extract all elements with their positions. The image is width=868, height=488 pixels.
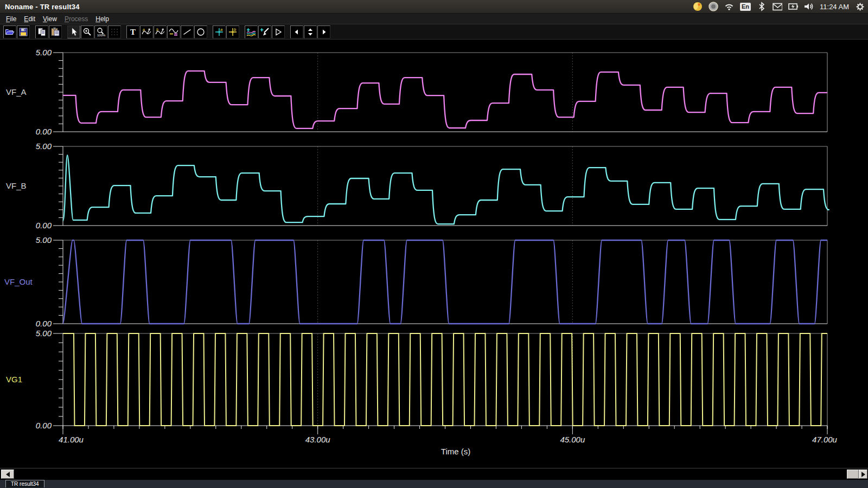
keyboard-indicator[interactable]: En [740, 3, 751, 11]
axis-a-button[interactable]: a [213, 25, 226, 38]
arrow-left-icon [292, 27, 302, 37]
trace-label-VF_B: VF_B [6, 181, 27, 190]
x-tick-label: 47.00u [812, 435, 838, 444]
arrows-up-down-icon [305, 27, 315, 37]
grid-button [108, 25, 121, 38]
y-tick-label-bottom: 0.00 [36, 127, 52, 136]
copy-icon [37, 27, 47, 37]
page-prev-button[interactable] [290, 25, 303, 38]
save-icon [18, 27, 28, 37]
toolbar: 100%Tabab [0, 24, 868, 40]
menu-help[interactable]: Help [92, 15, 113, 23]
legend-button[interactable] [167, 25, 180, 38]
scroll-right-button[interactable] [859, 470, 867, 479]
right-triangle-icon [861, 472, 865, 477]
system-tray: En11:24 AM [693, 0, 865, 13]
arrow-right-icon [319, 27, 329, 37]
x-tick-label: 43.00u [305, 435, 331, 444]
window-title: Noname - TR result34 [5, 3, 80, 11]
probe-button[interactable] [258, 25, 271, 38]
trace-VG1 [63, 333, 827, 426]
titlebar: Noname - TR result34 En11:24 AM [0, 0, 868, 14]
svg-text:T: T [130, 28, 136, 36]
trace-label-VG1: VG1 [6, 375, 22, 384]
save-button[interactable] [17, 25, 30, 38]
y-tick-label-top: 5.00 [36, 48, 52, 57]
cursor-a-icon: a [142, 27, 151, 37]
app-indicator-icon[interactable] [693, 2, 703, 11]
x-tick-label: 41.00u [59, 435, 84, 444]
update-indicator-icon[interactable] [709, 2, 718, 11]
play-icon [273, 27, 283, 37]
svg-text:b: b [156, 28, 158, 31]
select-pointer-button[interactable] [67, 25, 80, 38]
add-curves-icon [246, 27, 256, 37]
axis-a-icon: a [214, 27, 224, 37]
y-tick-label-bottom: 0.00 [36, 421, 52, 430]
zoom-100-button[interactable]: 100% [94, 25, 107, 38]
y-tick-label-top: 5.00 [36, 329, 52, 338]
page-next-button[interactable] [317, 25, 330, 38]
line-button[interactable] [181, 25, 194, 38]
x-tick-label: 45.00u [560, 435, 585, 444]
zoom-in-icon [82, 27, 92, 37]
battery-icon[interactable] [788, 2, 798, 11]
page-spin-button[interactable] [304, 25, 317, 38]
menu-edit[interactable]: Edit [20, 15, 39, 23]
circle-icon [196, 27, 206, 37]
bluetooth-icon[interactable] [757, 2, 767, 11]
axis-b-button[interactable]: b [226, 25, 239, 38]
text-button[interactable]: T [126, 25, 139, 38]
volume-icon[interactable] [804, 2, 814, 11]
open-file-button[interactable] [3, 25, 16, 38]
left-triangle-icon [6, 472, 10, 477]
menubar: FileEditViewProcessHelp [0, 14, 868, 24]
zoom-100-icon: 100% [96, 27, 106, 37]
circle-button[interactable] [194, 25, 207, 38]
menu-file[interactable]: File [2, 15, 20, 23]
trace-VF_B [63, 155, 829, 224]
menu-process: Process [61, 15, 92, 23]
clock-label: 11:24 AM [820, 3, 849, 11]
screen: { "window": { "title": "Noname - TR resu… [0, 0, 868, 488]
wifi-icon[interactable] [724, 2, 734, 11]
y-tick-label-bottom: 0.00 [36, 319, 52, 328]
menu-view[interactable]: View [39, 15, 61, 23]
legend-icon [169, 27, 178, 37]
text-icon: T [128, 27, 138, 37]
trace-label-VF_A: VF_A [6, 87, 27, 97]
copy-button[interactable] [35, 25, 48, 38]
svg-text:a: a [143, 28, 145, 31]
y-tick-label-top: 5.00 [36, 142, 52, 151]
axis-b-icon: b [228, 27, 238, 37]
svg-text:a: a [220, 27, 222, 32]
plot-area: 5.000.00VF_A5.000.00VF_B5.000.00VF_Out5.… [0, 40, 868, 468]
pointer-icon [69, 27, 79, 37]
cursor-b-icon: b [155, 27, 165, 37]
cursor-b-button[interactable]: b [154, 25, 167, 38]
y-tick-label-bottom: 0.00 [36, 221, 52, 230]
trace-label-VF_Out: VF_Out [4, 277, 33, 286]
zoom-in-button[interactable] [81, 25, 94, 38]
svg-text:100%: 100% [97, 34, 106, 37]
y-tick-label-top: 5.00 [36, 235, 52, 245]
open-folder-icon [5, 27, 15, 37]
waveform-chart: 5.000.00VF_A5.000.00VF_B5.000.00VF_Out5.… [0, 40, 868, 468]
play-button[interactable] [272, 25, 285, 38]
trace-VF_A [63, 71, 827, 129]
tab-bar: TR result34 [0, 480, 868, 488]
result-tab[interactable]: TR result34 [5, 480, 44, 487]
mail-icon[interactable] [773, 2, 782, 11]
horizontal-scrollbar[interactable] [0, 468, 868, 480]
cursor-a-button[interactable]: a [140, 25, 153, 38]
scroll-left-button[interactable] [1, 470, 14, 479]
svg-text:b: b [234, 27, 236, 32]
add-curves-button[interactable] [245, 25, 258, 38]
paste-icon [50, 27, 60, 37]
trace-VF_Out [63, 240, 827, 324]
grid-icon [110, 27, 119, 37]
session-gear-icon[interactable] [855, 2, 865, 11]
probe-icon [260, 27, 270, 37]
paste-button[interactable] [49, 25, 62, 38]
scrollbar-thumb[interactable] [847, 470, 859, 479]
